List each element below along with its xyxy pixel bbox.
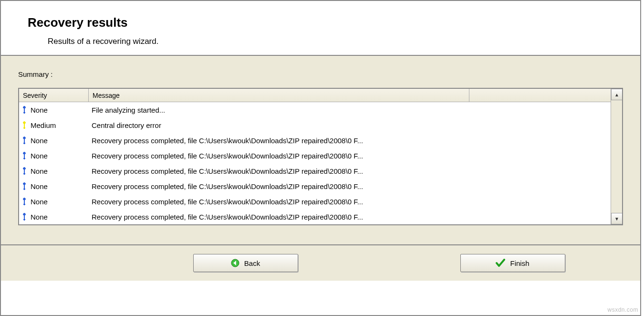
info-icon (22, 182, 27, 190)
severity-value: None (31, 182, 48, 190)
checkmark-icon (496, 259, 505, 267)
watermark-text: wsxdn.com (607, 306, 638, 313)
severity-value: None (31, 152, 48, 160)
column-empty (469, 89, 622, 102)
table-row[interactable]: None Recovery process completed, file C:… (19, 163, 611, 179)
finish-button-label: Finish (510, 259, 529, 267)
column-message[interactable]: Message (89, 89, 469, 102)
page-title: Recovery results (28, 15, 640, 30)
summary-label: Summary : (18, 70, 623, 78)
scroll-up-button[interactable]: ▲ (611, 89, 623, 100)
table-row[interactable]: Medium Central directory error (19, 117, 611, 133)
info-icon (22, 213, 27, 221)
table-row[interactable]: None Recovery process completed, file C:… (19, 194, 611, 209)
table-row[interactable]: None Recovery process completed, file C:… (19, 179, 611, 194)
severity-value: None (31, 167, 48, 175)
message-value: Central directory error (92, 121, 611, 129)
back-arrow-icon (231, 259, 239, 267)
severity-value: None (31, 213, 48, 221)
wizard-window: Recovery results Results of a recovering… (0, 0, 641, 316)
info-icon (22, 137, 27, 144)
back-button[interactable]: Back (193, 254, 298, 272)
message-value: Recovery process completed, file C:\User… (92, 152, 611, 160)
vertical-scrollbar[interactable]: ▲ ▼ (611, 89, 622, 224)
message-value: Recovery process completed, file C:\User… (92, 137, 611, 145)
severity-value: None (31, 137, 48, 145)
table-row[interactable]: None Recovery process completed, file C:… (19, 209, 611, 224)
severity-value: Medium (31, 121, 56, 129)
column-severity[interactable]: Severity (19, 89, 89, 102)
finish-button[interactable]: Finish (460, 254, 565, 272)
info-icon (22, 106, 27, 114)
severity-value: None (31, 106, 48, 114)
table-row[interactable]: None Recovery process completed, file C:… (19, 148, 611, 163)
chevron-up-icon: ▲ (614, 92, 619, 97)
results-table: Severity Message ▲ ▼ None File (18, 88, 623, 225)
message-value: Recovery process completed, file C:\User… (92, 182, 611, 190)
back-button-label: Back (244, 259, 260, 267)
message-value: Recovery process completed, file C:\User… (92, 213, 611, 221)
warning-icon (22, 121, 27, 129)
message-value: Recovery process completed, file C:\User… (92, 198, 611, 206)
wizard-footer: Back Finish (1, 245, 640, 281)
message-value: File analyzing started... (92, 106, 611, 114)
chevron-down-icon: ▼ (614, 216, 619, 221)
table-row[interactable]: None File analyzing started... (19, 102, 611, 117)
severity-value: None (31, 198, 48, 206)
table-row[interactable]: None Recovery process completed, file C:… (19, 133, 611, 148)
table-header: Severity Message (19, 89, 622, 102)
page-subtitle: Results of a recovering wizard. (48, 37, 640, 46)
info-icon (22, 167, 27, 175)
content-panel: Summary : Severity Message ▲ ▼ (1, 56, 640, 245)
scroll-down-button[interactable]: ▼ (611, 213, 623, 224)
wizard-header: Recovery results Results of a recovering… (1, 1, 640, 56)
info-icon (22, 152, 27, 159)
message-value: Recovery process completed, file C:\User… (92, 167, 611, 175)
info-icon (22, 198, 27, 205)
table-body: None File analyzing started... Medium Ce… (19, 102, 622, 224)
